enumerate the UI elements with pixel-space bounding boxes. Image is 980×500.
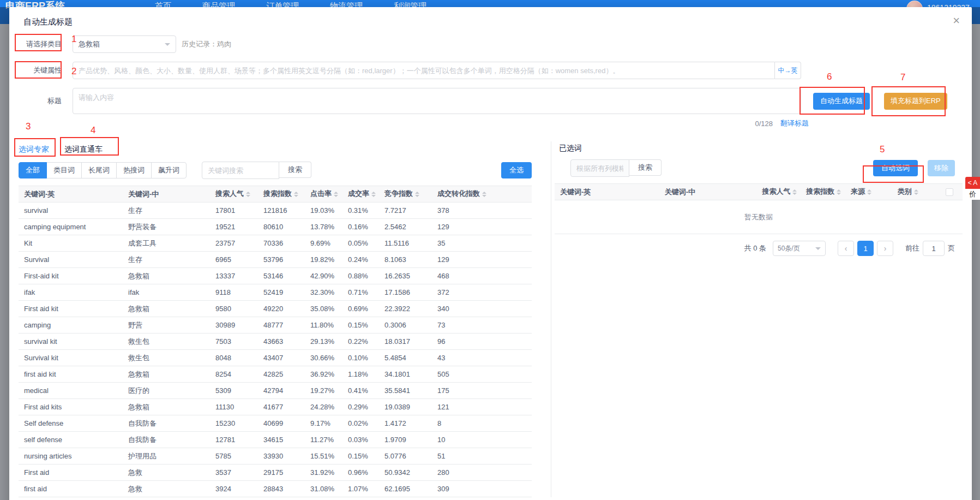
table-cell: self defense [19,432,123,448]
select-all-checkbox[interactable] [946,188,953,196]
table-row[interactable]: survival生存1780112181619.03%0.31%7.721737… [19,203,532,219]
table-cell: 31.92% [305,465,342,481]
filter-long-tail-words[interactable]: 长尾词 [81,162,117,178]
generate-title-button[interactable]: 自动生成标题 [813,93,870,110]
filter-all[interactable]: 全部 [19,162,47,178]
zh-to-en-button[interactable]: 中→英 [775,62,801,79]
sort-icon[interactable] [792,187,797,197]
table-cell: 0.22% [342,334,379,350]
col-click-rate[interactable]: 点击率 [305,186,342,203]
table-cell: 自我防备 [123,432,210,448]
column-label: 关键词-中 [128,190,159,198]
table-row[interactable]: nursing articles护理用品57853393015.51%0.15%… [19,448,532,465]
page-number-button[interactable]: 1 [857,241,874,256]
keyword-search-group: 搜索 [202,162,311,179]
column-label: 来源 [851,187,865,195]
table-row[interactable]: First aid kit急救箱95804922035.08%0.69%22.3… [19,301,532,317]
col-search-index[interactable]: 搜索指数 [801,184,845,200]
col-search-popularity[interactable]: 搜索人气 [756,184,801,200]
filter-hot-search-words[interactable]: 热搜词 [116,162,152,178]
goto-page-input[interactable] [923,241,945,256]
table-row[interactable]: Self defense自我防备15230406999.17%0.02%1.41… [19,415,532,432]
close-icon[interactable]: × [953,15,960,27]
sort-icon[interactable] [914,187,918,197]
table-row[interactable]: self defense自我防备127813461511.27%0.03%1.9… [19,432,532,448]
sort-icon[interactable] [482,189,486,199]
table-cell: 8.1063 [379,252,432,268]
table-row[interactable]: First aid急救35372917531.92%0.96%50.934228… [19,465,532,481]
sort-icon[interactable] [415,189,419,199]
category-select[interactable]: 急救箱 [73,35,176,53]
keyword-table-body: survival生存1780112181619.03%0.31%7.721737… [19,203,532,497]
sort-icon[interactable] [246,189,250,199]
table-cell: 280 [432,465,532,481]
table-row[interactable]: Survival kit救生包80484340730.66%0.10%5.485… [19,350,532,366]
table-row[interactable]: ifakifak91185241932.30%0.71%17.1586372 [19,284,532,301]
translate-title-link[interactable]: 翻译标题 [780,118,809,128]
selected-words-table: 关键词-英 关键词-中 搜索人气 搜索指数 来源 类别 [555,183,963,200]
table-cell: 0.3006 [379,317,432,334]
table-row[interactable]: first aid急救39242884331.08%1.07%62.169530… [19,481,532,497]
col-conversion-index[interactable]: 成交转化指数 [432,186,532,203]
title-input[interactable] [73,88,801,114]
column-label: 搜索指数 [263,189,292,198]
page-size-select[interactable]: 50条/页 [773,241,826,256]
keyword-panel: 选词专家 选词直通车 全部 类目词 长尾词 热搜词 飙升词 搜索 [19,141,532,497]
sort-icon[interactable] [334,189,338,199]
table-row[interactable]: Survival生存69655379619.82%0.24%8.1063129 [19,252,532,268]
table-cell: 13.78% [305,219,342,235]
col-search-popularity[interactable]: 搜索人气 [210,186,258,203]
col-competition-index[interactable]: 竞争指数 [379,186,432,203]
keyword-search-button[interactable]: 搜索 [279,162,311,178]
table-row[interactable]: camping equipment野营装备195218061013.78%0.1… [19,219,532,235]
table-row[interactable]: medical医疗的53094279419.27%0.41%35.5841175 [19,383,532,399]
next-page-button[interactable]: › [877,241,893,256]
table-cell: 11130 [210,399,258,415]
sort-icon[interactable] [294,189,298,199]
table-cell: 15230 [210,415,258,432]
table-cell: 急救箱 [123,366,210,383]
tab-word-train[interactable]: 选词直通车 [64,145,103,154]
filter-rising-words[interactable]: 飙升词 [151,162,187,178]
fill-title-to-erp-button[interactable]: 填充标题到ERP [884,93,947,110]
col-source[interactable]: 来源 [845,184,892,200]
table-cell: 5.4854 [379,350,432,366]
table-cell: camping equipment [19,219,123,235]
attributes-row: 关键属性 中→英 [17,62,963,79]
table-cell: 救生包 [123,350,210,366]
auto-select-button[interactable]: 自动选词 [873,160,918,176]
sort-icon[interactable] [371,189,376,199]
attributes-input[interactable] [73,62,775,79]
table-cell: 0.15% [342,317,379,334]
table-row[interactable]: Kit成套工具23757703369.69%0.05%11.511635 [19,235,532,252]
table-cell: 468 [432,268,532,284]
col-category[interactable]: 类别 [892,184,936,200]
selected-search-button[interactable]: 搜索 [629,159,662,176]
table-cell: 野营装备 [123,219,210,235]
table-row[interactable]: First-aid kit急救箱133375314642.90%0.88%16.… [19,268,532,284]
prev-page-button[interactable]: ‹ [838,241,854,256]
tab-word-expert[interactable]: 选词专家 [19,145,49,154]
keyword-search-input[interactable] [202,162,279,179]
table-cell: 43 [432,350,532,366]
table-cell: ifak [19,284,123,301]
table-cell: 19.27% [305,383,342,399]
sort-icon[interactable] [837,187,841,197]
table-row[interactable]: First aid kits急救箱111304167724.28%0.29%19… [19,399,532,415]
remove-button[interactable]: 移除 [928,160,955,176]
selected-controls: 搜索 自动选词 移除 [555,160,963,176]
col-search-index[interactable]: 搜索指数 [258,186,305,203]
selected-search-input[interactable] [570,159,629,177]
filter-category-words[interactable]: 类目词 [46,162,82,178]
table-row[interactable]: camping野营309894877711.80%0.15%0.300673 [19,317,532,334]
page-size-value: 50条/页 [778,244,800,253]
table-row[interactable]: survival kit救生包75034366329.13%0.22%18.03… [19,334,532,350]
table-cell: 129 [432,252,532,268]
sort-icon[interactable] [867,187,871,197]
col-deal-rate[interactable]: 成交率 [342,186,379,203]
table-cell: 急救 [123,465,210,481]
side-collapse-tag[interactable]: < A 价 [965,177,980,200]
select-all-button[interactable]: 全选 [501,162,532,178]
table-cell: 30.66% [305,350,342,366]
table-row[interactable]: first aid kit急救箱82544282536.92%1.18%34.1… [19,366,532,383]
